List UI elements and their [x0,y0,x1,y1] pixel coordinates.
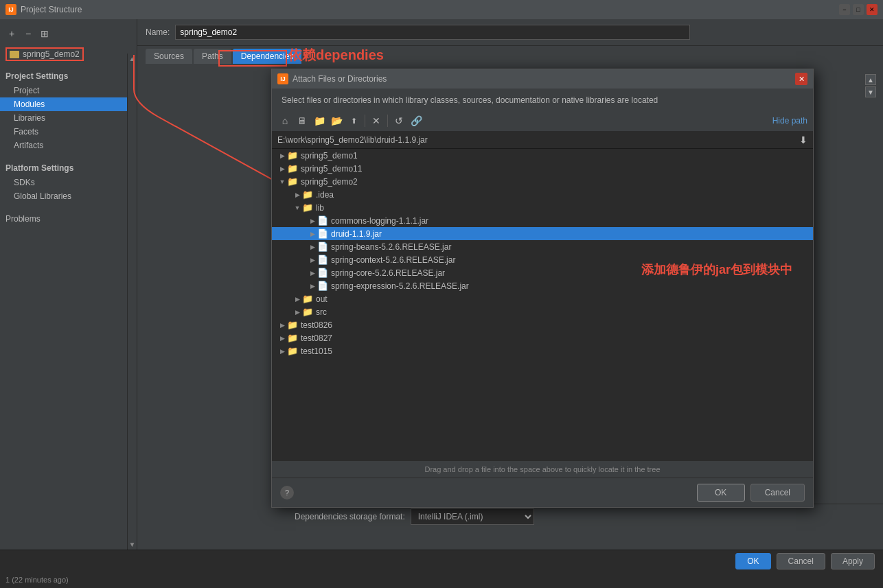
project-folder-icon [10,51,19,58]
file-tree[interactable]: ▶ 📁 spring5_demo1 ▶ 📁 spring5_demo11 ▼ 📁… [272,149,813,461]
tree-item-src[interactable]: ▶ 📁 src [272,305,813,318]
expand-icon[interactable]: ▶ [277,335,287,342]
tree-item-out[interactable]: ▶ 📁 out [272,292,813,305]
sidebar-item-artifacts[interactable]: Artifacts [0,139,137,152]
project-item-box: spring5_demo2 [5,47,84,61]
scroll-up-button[interactable]: ▲ [128,54,137,64]
expand-icon[interactable]: ▶ [308,270,317,277]
folder-icon: 📁 [287,163,298,174]
sidebar-item-global-libraries[interactable]: Global Libraries [0,189,137,203]
path-download-icon: ⬇ [799,134,807,145]
tree-item-spring-context[interactable]: ▶ 📄 spring-context-5.2.6.RELEASE.jar [272,253,813,266]
sidebar-toolbar: + − ⊞ [0,25,137,43]
maximize-button[interactable]: □ [853,4,864,15]
tree-item-label: spring-beans-5.2.6.RELEASE.jar [331,242,451,252]
tree-item-spring5demo11[interactable]: ▶ 📁 spring5_demo11 [272,162,813,175]
refresh-button[interactable]: ↺ [391,113,406,128]
tree-item-label: spring5_demo2 [301,177,358,187]
tree-item-label: test0826 [301,320,332,330]
cancel-button[interactable]: Cancel [777,553,825,569]
window-title: Project Structure [21,5,82,14]
project-item[interactable]: spring5_demo2 [0,45,137,63]
dialog-ok-button[interactable]: OK [697,484,745,502]
tabs-area: Sources Paths Dependencies [137,46,883,64]
expand-icon[interactable]: ▶ [308,217,317,224]
tree-item-label: src [316,307,327,317]
app-icon: IJ [5,4,16,15]
add-button[interactable]: + [5,27,18,40]
copy-button[interactable]: ⊞ [38,27,51,40]
tree-item-test0826[interactable]: ▶ 📁 test0826 [272,318,813,331]
sidebar-item-sdks[interactable]: SDKs [0,176,137,189]
ok-button[interactable]: OK [735,553,770,569]
tree-item-label: out [316,294,328,304]
expand-icon[interactable]: ▶ [308,244,317,250]
name-label: Name: [146,27,170,37]
tab-paths[interactable]: Paths [194,49,231,64]
new-folder-button[interactable]: 📁 [312,113,327,128]
help-button[interactable]: ? [280,486,294,499]
folder-icon: 📁 [287,346,298,356]
dialog-bottom: ? OK Cancel [272,478,813,507]
sidebar-item-problems[interactable]: Problems [0,211,137,226]
tabs-row: Sources Paths Dependencies [146,49,875,64]
link-button[interactable]: 🔗 [409,113,424,128]
desktop-button[interactable]: 🖥 [295,113,310,128]
tree-item-commons-logging[interactable]: ▶ 📄 commons-logging-1.1.1.jar [272,214,813,227]
expand-icon[interactable]: ▶ [308,231,317,237]
expand-icon[interactable]: ▶ [308,283,317,290]
jar-icon: 📄 [317,228,328,239]
close-button[interactable]: ✕ [867,4,878,15]
remove-button[interactable]: − [22,27,34,40]
toolbar-separator-2 [387,115,388,127]
tree-item-spring5demo2[interactable]: ▼ 📁 spring5_demo2 [272,175,813,188]
expand-icon[interactable]: ▶ [293,296,302,303]
tree-item-label: .idea [316,190,334,200]
expand-icon[interactable]: ▶ [277,348,287,355]
delete-button[interactable]: ✕ [369,113,384,128]
tree-item-spring5demo1[interactable]: ▶ 📁 spring5_demo1 [272,149,813,162]
expand-icon[interactable]: ▶ [293,309,302,316]
sidebar-item-project[interactable]: Project [0,84,137,97]
deps-storage-select[interactable]: IntelliJ IDEA (.iml) [411,508,534,525]
expand-icon[interactable]: ▶ [308,257,317,263]
tree-item-label: druid-1.1.9.jar [331,229,382,239]
path-input[interactable] [277,135,799,145]
dialog-title-bar: IJ Attach Files or Directories ✕ [272,69,813,89]
tree-item-test0827[interactable]: ▶ 📁 test0827 [272,331,813,344]
sidebar-item-libraries[interactable]: Libraries [0,111,137,125]
tree-item-spring-expression[interactable]: ▶ 📄 spring-expression-5.2.6.RELEASE.jar [272,279,813,292]
main-scroll-down[interactable]: ▼ [865,86,876,97]
scroll-down-button[interactable]: ▼ [128,539,137,550]
folder-up-button[interactable]: 📂 [329,113,344,128]
dialog-action-buttons: OK Cancel [697,484,805,502]
home-button[interactable]: ⌂ [277,113,293,128]
expand-icon[interactable]: ▶ [277,165,287,172]
folder-icon: 📁 [287,333,298,343]
tree-item-idea[interactable]: ▶ 📁 .idea [272,188,813,201]
sidebar-item-modules[interactable]: Modules [0,97,137,111]
sidebar-item-facets[interactable]: Facets [0,125,137,139]
up-button[interactable]: ⬆ [346,113,361,128]
tree-item-druid[interactable]: ▶ 📄 druid-1.1.9.jar [272,227,813,240]
tree-item-spring-beans[interactable]: ▶ 📄 spring-beans-5.2.6.RELEASE.jar [272,240,813,253]
expand-icon[interactable]: ▶ [277,152,287,159]
tab-sources[interactable]: Sources [146,49,192,64]
expand-icon[interactable]: ▶ [293,191,302,198]
expand-icon[interactable]: ▼ [277,178,287,185]
name-input[interactable] [175,25,690,40]
hide-path-button[interactable]: Hide path [772,116,807,126]
folder-icon: 📁 [302,307,313,317]
expand-icon[interactable]: ▶ [277,322,287,329]
tree-item-test1015[interactable]: ▶ 📁 test1015 [272,344,813,357]
tree-item-lib[interactable]: ▼ 📁 lib [272,201,813,214]
tree-item-spring-core[interactable]: ▶ 📄 spring-core-5.2.6.RELEASE.jar [272,266,813,279]
dialog-icon: IJ [277,73,288,84]
expand-icon[interactable]: ▼ [293,204,302,211]
dialog-cancel-button[interactable]: Cancel [750,484,805,502]
main-scroll-up[interactable]: ▲ [865,74,876,85]
dialog-close-button[interactable]: ✕ [795,73,807,85]
apply-button[interactable]: Apply [831,553,875,569]
tree-item-label: commons-logging-1.1.1.jar [331,216,428,226]
minimize-button[interactable]: − [839,4,850,15]
